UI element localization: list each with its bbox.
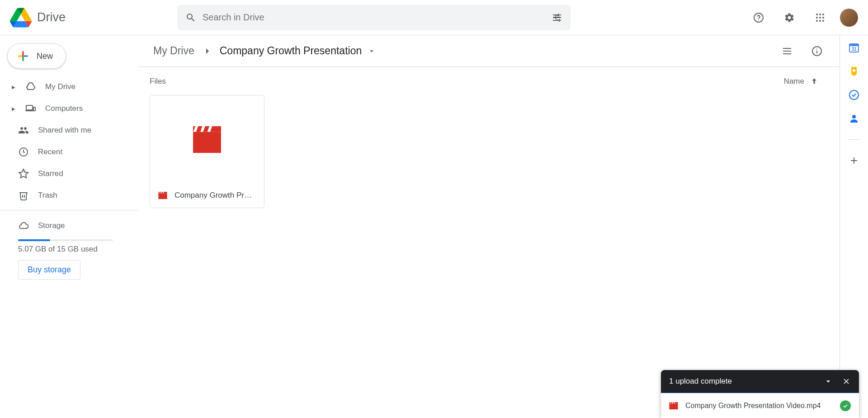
view-actions xyxy=(776,40,828,62)
search-input[interactable] xyxy=(203,12,552,23)
breadcrumb: My Drive Company Growth Presentation xyxy=(138,35,840,67)
svg-rect-29 xyxy=(158,193,167,199)
upload-toast: 1 upload complete Company Growth Present… xyxy=(661,370,859,418)
header-actions xyxy=(734,7,858,28)
svg-rect-33 xyxy=(163,192,164,193)
svg-rect-2 xyxy=(553,20,561,21)
storage-meter-fill xyxy=(18,239,50,241)
dropdown-icon[interactable] xyxy=(367,47,376,56)
storage-meter xyxy=(18,239,113,241)
clock-icon xyxy=(18,147,29,157)
file-thumbnail xyxy=(150,95,264,182)
svg-rect-31 xyxy=(160,192,160,193)
star-icon xyxy=(18,168,29,179)
svg-point-15 xyxy=(819,20,821,22)
sidebar-item-computers[interactable]: ▶ Computers xyxy=(0,98,131,119)
header: Drive xyxy=(0,0,868,35)
details-button[interactable] xyxy=(806,40,828,62)
upload-toast-header: 1 upload complete xyxy=(661,370,859,393)
upload-success-icon xyxy=(840,400,851,411)
breadcrumb-root[interactable]: My Drive xyxy=(150,43,198,59)
divider xyxy=(0,210,138,210)
storage-used-text: 5.07 GB of 15 GB used xyxy=(0,245,138,254)
file-card[interactable]: Company Growth Pre… xyxy=(150,95,264,208)
buy-storage-button[interactable]: Buy storage xyxy=(18,260,80,280)
section-files-label: Files xyxy=(150,77,166,86)
settings-button[interactable] xyxy=(778,7,800,28)
account-avatar[interactable] xyxy=(840,9,858,27)
svg-point-9 xyxy=(819,14,821,15)
sidebar-item-my-drive[interactable]: ▶ My Drive xyxy=(0,76,131,98)
sidebar-item-label: Computers xyxy=(45,104,83,113)
search-options-icon[interactable] xyxy=(552,12,562,23)
chevron-right-icon xyxy=(202,46,212,57)
svg-rect-17 xyxy=(26,105,33,110)
sidebar: New ▶ My Drive ▶ Computers Shared with m… xyxy=(0,35,138,418)
people-icon xyxy=(18,125,29,136)
video-small-icon xyxy=(669,402,678,409)
sidebar-item-label: Shared with me xyxy=(38,126,91,135)
gear-icon xyxy=(784,12,795,23)
video-small-icon xyxy=(158,192,167,199)
svg-point-7 xyxy=(758,19,759,20)
svg-rect-3 xyxy=(558,14,559,16)
search-bar[interactable] xyxy=(177,5,571,30)
list-icon xyxy=(782,46,793,57)
svg-point-38 xyxy=(849,90,859,100)
svg-rect-18 xyxy=(33,107,35,111)
svg-marker-21 xyxy=(19,169,28,178)
svg-point-24 xyxy=(816,48,817,49)
svg-rect-40 xyxy=(669,404,678,409)
new-button-label: New xyxy=(37,52,53,61)
sidebar-item-shared[interactable]: Shared with me xyxy=(0,119,131,141)
info-icon xyxy=(811,46,822,57)
sidebar-item-trash[interactable]: Trash xyxy=(0,185,131,206)
svg-rect-42 xyxy=(670,402,671,404)
video-icon xyxy=(189,125,225,153)
devices-icon xyxy=(25,103,36,114)
file-footer: Company Growth Pre… xyxy=(150,182,264,208)
svg-point-8 xyxy=(816,14,818,15)
svg-rect-1 xyxy=(553,17,561,18)
sort-by-name[interactable]: Name xyxy=(784,77,819,86)
sort-label: Name xyxy=(784,77,804,86)
cloud-icon xyxy=(18,220,29,231)
list-view-button[interactable] xyxy=(776,40,798,62)
expand-icon[interactable]: ▶ xyxy=(12,106,16,111)
add-app-button[interactable] xyxy=(849,155,859,166)
sidebar-item-storage[interactable]: Storage xyxy=(0,217,138,235)
app-name: Drive xyxy=(37,10,66,24)
svg-rect-43 xyxy=(672,402,673,404)
arrow-up-icon xyxy=(810,77,819,86)
file-name: Company Growth Pre… xyxy=(175,191,256,200)
storage-label: Storage xyxy=(38,221,65,230)
svg-point-10 xyxy=(822,14,824,15)
upload-item[interactable]: Company Growth Presentation Video.mp4 xyxy=(661,393,859,418)
calendar-app-icon[interactable]: 31 xyxy=(849,43,859,53)
logo-area[interactable]: Drive xyxy=(10,7,146,28)
collapse-icon[interactable] xyxy=(824,377,833,386)
drive-logo-icon xyxy=(10,7,32,28)
main-panel: My Drive Company Growth Presentation Fil… xyxy=(138,35,840,418)
keep-app-icon[interactable] xyxy=(849,66,859,77)
tasks-app-icon[interactable] xyxy=(849,90,859,100)
breadcrumb-current[interactable]: Company Growth Presentation xyxy=(216,43,366,59)
sidebar-item-recent[interactable]: Recent xyxy=(0,141,131,163)
drive-icon xyxy=(25,81,36,92)
list-header: Files Name xyxy=(138,67,840,86)
files-grid: Company Growth Pre… xyxy=(138,86,840,217)
svg-point-12 xyxy=(819,17,821,19)
sidebar-item-starred[interactable]: Starred xyxy=(0,163,131,185)
contacts-app-icon[interactable] xyxy=(849,113,859,124)
new-button[interactable]: New xyxy=(7,43,66,69)
divider xyxy=(849,139,859,140)
svg-rect-44 xyxy=(674,402,675,404)
expand-icon[interactable]: ▶ xyxy=(12,85,16,90)
svg-rect-0 xyxy=(553,14,561,15)
support-button[interactable] xyxy=(748,7,769,28)
side-panel: 31 xyxy=(840,35,868,418)
svg-point-16 xyxy=(822,20,824,22)
close-icon[interactable] xyxy=(842,377,851,386)
plus-icon xyxy=(16,49,30,63)
apps-button[interactable] xyxy=(809,7,831,28)
